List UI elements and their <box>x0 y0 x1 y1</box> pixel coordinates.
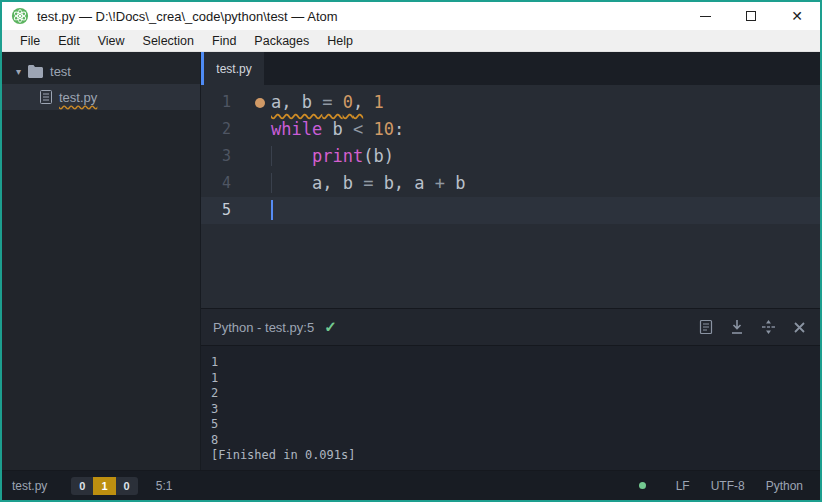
code-line[interactable]: 2while b < 10: <box>201 116 820 143</box>
menu-find[interactable]: Find <box>203 30 245 51</box>
token-guide <box>271 146 312 166</box>
token-op: < <box>353 119 363 139</box>
tree-file-label: test.py <box>59 90 97 105</box>
console-line: 8 <box>211 433 820 449</box>
line-ending-indicator[interactable]: LF <box>671 479 695 493</box>
line-number[interactable]: 4 <box>201 170 251 197</box>
code-text: print(b) <box>251 143 394 170</box>
statusbar-filename[interactable]: test.py <box>12 479 47 493</box>
console-line: 2 <box>211 386 820 402</box>
code-text: a, b = 0, 1 <box>251 89 384 116</box>
atom-window: test.py — D:\!Docs\_crea\_code\python\te… <box>0 0 822 502</box>
text-cursor <box>271 200 273 220</box>
close-button[interactable]: ✕ <box>774 2 820 30</box>
code-line[interactable]: 5 <box>201 197 820 224</box>
tab-label: test.py <box>216 62 251 76</box>
code-text <box>251 197 273 224</box>
token-num: 0 <box>343 92 353 112</box>
save-output-button[interactable] <box>730 319 744 335</box>
token-punc: ( <box>363 146 373 166</box>
status-bar: test.py 0 1 0 5:1 LF UTF-8 Python <box>2 470 820 500</box>
tab-testpy[interactable]: test.py <box>201 52 264 85</box>
token-var <box>363 119 373 139</box>
status-dot[interactable] <box>639 482 646 489</box>
maximize-button[interactable] <box>728 2 774 30</box>
folder-icon <box>28 65 43 78</box>
linter-warnings-count: 1 <box>93 477 115 495</box>
bookmark-icon <box>255 98 265 108</box>
token-var: b <box>445 173 465 193</box>
close-panel-button[interactable] <box>793 321 806 334</box>
console-line: [Finished in 0.091s] <box>211 448 820 464</box>
tree-file-row[interactable]: test.py <box>2 84 200 110</box>
code-line[interactable]: 1a, b = 0, 1 <box>201 89 820 116</box>
menu-help[interactable]: Help <box>318 30 362 51</box>
menu-file[interactable]: File <box>11 30 49 51</box>
token-op: = <box>363 173 383 193</box>
menu-edit[interactable]: Edit <box>49 30 89 51</box>
linter-info-count: 0 <box>116 477 138 495</box>
token-kw: while <box>271 119 322 139</box>
token-var: b, a <box>384 173 435 193</box>
token-punc: ) <box>384 146 394 166</box>
tree-folder-label: test <box>50 64 71 79</box>
token-var <box>363 92 373 112</box>
script-output-console[interactable]: 112358[Finished in 0.091s] <box>201 345 820 470</box>
cursor-position[interactable]: 5:1 <box>156 479 173 493</box>
code-text: a, b = b, a + b <box>251 170 466 197</box>
code-text: while b < 10: <box>251 116 404 143</box>
success-check-icon: ✓ <box>324 318 337 336</box>
tab-bar: test.py <box>201 52 820 85</box>
token-num: 1 <box>373 92 383 112</box>
linter-summary[interactable]: 0 1 0 <box>71 477 137 495</box>
token-var: b <box>322 119 353 139</box>
chevron-down-icon: ▾ <box>16 66 21 77</box>
token-var: , <box>353 92 363 112</box>
maximize-icon <box>746 11 756 21</box>
grammar-indicator[interactable]: Python <box>761 479 808 493</box>
script-panel-title: Python - test.py:5 <box>213 320 314 335</box>
token-op: + <box>435 173 445 193</box>
line-number[interactable]: 5 <box>201 197 251 224</box>
atom-logo-icon <box>11 7 29 25</box>
line-number[interactable]: 1 <box>201 89 251 116</box>
code-line[interactable]: 4 a, b = b, a + b <box>201 170 820 197</box>
menubar: FileEditViewSelectionFindPackagesHelp <box>2 30 820 52</box>
code-line[interactable]: 3 print(b) <box>201 143 820 170</box>
token-op: = <box>322 92 342 112</box>
console-line: 3 <box>211 402 820 418</box>
unfold-panel-button[interactable] <box>761 319 776 335</box>
line-number[interactable]: 3 <box>201 143 251 170</box>
titlebar: test.py — D:\!Docs\_crea\_code\python\te… <box>2 2 820 30</box>
window-title: test.py — D:\!Docs\_crea\_code\python\te… <box>37 9 338 24</box>
line-number[interactable]: 2 <box>201 116 251 143</box>
code-editor[interactable]: 1a, b = 0, 12while b < 10:3 print(b)4 a,… <box>201 85 820 308</box>
file-icon <box>40 90 52 104</box>
menu-packages[interactable]: Packages <box>245 30 318 51</box>
statusbar-right: LF UTF-8 Python <box>639 479 808 493</box>
linter-errors-count: 0 <box>71 477 93 495</box>
console-line: 1 <box>211 355 820 371</box>
token-var: a, b <box>312 173 363 193</box>
menu-view[interactable]: View <box>89 30 134 51</box>
token-punc: : <box>394 119 404 139</box>
menu-selection[interactable]: Selection <box>134 30 203 51</box>
copy-output-button[interactable] <box>699 319 713 335</box>
script-panel-buttons <box>699 319 806 335</box>
close-icon: ✕ <box>791 9 803 23</box>
console-line: 5 <box>211 417 820 433</box>
minimize-button[interactable] <box>682 2 728 30</box>
editor-pane: test.py 1a, b = 0, 12while b < 10:3 prin… <box>200 52 820 470</box>
console-line: 1 <box>211 371 820 387</box>
minimize-icon <box>700 16 711 17</box>
script-panel-header: Python - test.py:5 ✓ <box>201 308 820 345</box>
tree-view: ▾ test test.py <box>2 52 200 470</box>
encoding-indicator[interactable]: UTF-8 <box>706 479 750 493</box>
token-guide <box>271 173 312 193</box>
token-num: 10 <box>373 119 393 139</box>
window-controls: ✕ <box>682 2 820 30</box>
token-var: b <box>373 146 383 166</box>
tree-folder-row[interactable]: ▾ test <box>2 58 200 84</box>
main-area: ▾ test test.py test.py 1a, b = 0, 12whi <box>2 52 820 470</box>
token-fn: print <box>312 146 363 166</box>
